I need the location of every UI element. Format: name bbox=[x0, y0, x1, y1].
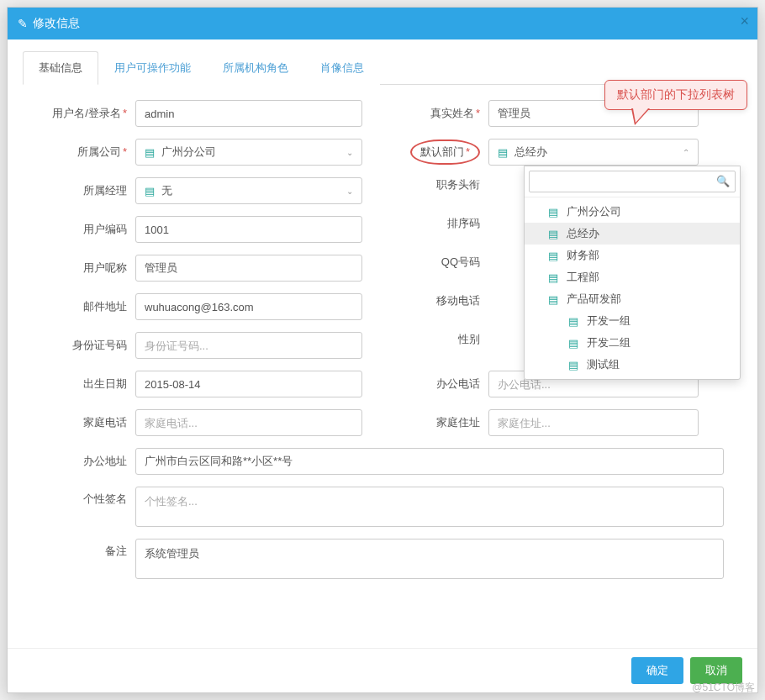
document-icon: ▤ bbox=[568, 337, 580, 350]
edit-icon: ✎ bbox=[18, 17, 28, 30]
document-icon: ▤ bbox=[568, 359, 580, 371]
label-default-dept: 默认部门* bbox=[396, 139, 488, 165]
label-mobile: 移动电话 bbox=[396, 293, 488, 308]
tab-user-functions[interactable]: 用户可操作功能 bbox=[98, 51, 207, 85]
label-nickname: 用户呢称 bbox=[26, 261, 135, 276]
tree-item[interactable]: ▤开发一组 bbox=[525, 310, 740, 332]
dept-dropdown-tree: 🔍 ▤广州分公司 ▤总经办 ▤财务部 ▤工程部 ▤产品研发部 ▤开发一组 ▤开发… bbox=[524, 166, 741, 380]
dropdown-search-input[interactable] bbox=[529, 171, 736, 192]
officeaddr-input[interactable] bbox=[135, 448, 724, 475]
label-gender: 性别 bbox=[396, 332, 488, 347]
label-manager: 所属经理 bbox=[26, 183, 135, 198]
label-jobtitle: 职务头衔 bbox=[396, 177, 488, 192]
company-select[interactable]: ▤ 广州分公司 ⌄ bbox=[135, 139, 362, 166]
label-realname: 真实姓名* bbox=[396, 106, 488, 121]
homeaddr-input[interactable] bbox=[488, 409, 699, 436]
nickname-input[interactable] bbox=[135, 255, 362, 282]
label-officeaddr: 办公地址 bbox=[26, 454, 135, 469]
label-sortcode: 排序码 bbox=[396, 216, 488, 231]
manager-select[interactable]: ▤ 无 ⌄ bbox=[135, 177, 362, 204]
label-signature: 个性签名 bbox=[26, 487, 135, 507]
chevron-down-icon: ⌄ bbox=[346, 148, 353, 157]
dropdown-search-wrap: 🔍 bbox=[525, 166, 740, 197]
modal-title: 修改信息 bbox=[33, 16, 80, 31]
label-email: 邮件地址 bbox=[26, 299, 135, 314]
tree-item[interactable]: ▤工程部 bbox=[525, 266, 740, 288]
tree-item[interactable]: ▤开发二组 bbox=[525, 332, 740, 354]
tree-item[interactable]: ▤测试组 bbox=[525, 354, 740, 376]
label-homeaddr: 家庭住址 bbox=[396, 415, 488, 430]
signature-textarea[interactable] bbox=[135, 487, 724, 527]
document-icon: ▤ bbox=[548, 293, 560, 306]
tree-item[interactable]: ▤总经办 bbox=[525, 223, 740, 245]
modal-header: ✎ 修改信息 × bbox=[8, 8, 757, 39]
chevron-down-icon: ⌄ bbox=[346, 187, 353, 196]
label-homephone: 家庭电话 bbox=[26, 415, 135, 430]
document-icon: ▤ bbox=[548, 250, 560, 262]
document-icon: ▤ bbox=[145, 185, 155, 197]
label-officephone: 办公电话 bbox=[396, 376, 488, 392]
birthdate-input[interactable] bbox=[135, 371, 362, 397]
search-icon: 🔍 bbox=[716, 175, 730, 187]
tab-portrait[interactable]: 肖像信息 bbox=[304, 51, 380, 85]
label-remark: 备注 bbox=[26, 539, 135, 559]
idcard-input[interactable] bbox=[135, 332, 362, 359]
document-icon: ▤ bbox=[548, 206, 560, 218]
modal-body: 基础信息 用户可操作功能 所属机构角色 肖像信息 用户名/登录名* 真实姓名* … bbox=[8, 39, 757, 648]
callout-arrow-icon bbox=[631, 108, 650, 125]
tree-item[interactable]: ▤产品研发部 bbox=[525, 288, 740, 310]
ok-button[interactable]: 确定 bbox=[631, 657, 683, 684]
annotation-callout: 默认部门的下拉列表树 bbox=[604, 80, 747, 110]
tree-item[interactable]: ▤广州分公司 bbox=[525, 201, 740, 223]
callout-text: 默认部门的下拉列表树 bbox=[604, 80, 747, 110]
modal-footer: 确定 取消 bbox=[8, 648, 757, 692]
label-qq: QQ号码 bbox=[396, 255, 488, 270]
dept-select[interactable]: ▤ 总经办 ⌃ bbox=[488, 139, 699, 166]
tree-item[interactable]: ▤财务部 bbox=[525, 245, 740, 266]
watermark-text: @51CTO博客 bbox=[692, 681, 755, 695]
label-birthdate: 出生日期 bbox=[26, 376, 135, 392]
close-icon[interactable]: × bbox=[740, 13, 749, 30]
document-icon: ▤ bbox=[548, 271, 560, 284]
document-icon: ▤ bbox=[548, 228, 560, 240]
document-icon: ▤ bbox=[498, 146, 508, 159]
label-username: 用户名/登录名* bbox=[26, 106, 135, 121]
tab-org-roles[interactable]: 所属机构角色 bbox=[207, 51, 304, 85]
label-usercode: 用户编码 bbox=[26, 222, 135, 237]
modal-dialog: ✎ 修改信息 × 基础信息 用户可操作功能 所属机构角色 肖像信息 用户名/登录… bbox=[7, 7, 758, 693]
remark-textarea[interactable] bbox=[135, 539, 724, 579]
username-input[interactable] bbox=[135, 100, 362, 127]
usercode-input[interactable] bbox=[135, 216, 362, 243]
label-idcard: 身份证号码 bbox=[26, 338, 135, 353]
tab-basic-info[interactable]: 基础信息 bbox=[23, 51, 98, 85]
tree-list: ▤广州分公司 ▤总经办 ▤财务部 ▤工程部 ▤产品研发部 ▤开发一组 ▤开发二组… bbox=[525, 197, 740, 379]
homephone-input[interactable] bbox=[135, 409, 362, 436]
label-company: 所属公司* bbox=[26, 145, 135, 160]
document-icon: ▤ bbox=[568, 315, 580, 328]
chevron-up-icon: ⌃ bbox=[683, 148, 689, 157]
email-input[interactable] bbox=[135, 293, 362, 320]
document-icon: ▤ bbox=[145, 146, 155, 159]
